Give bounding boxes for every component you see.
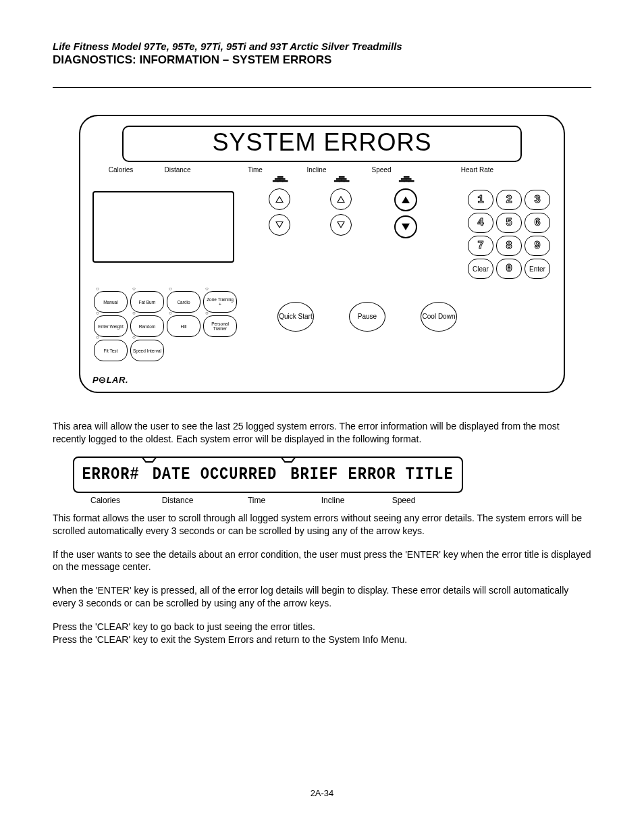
label-distance: Distance [149, 166, 206, 174]
time-down-button[interactable] [269, 214, 290, 236]
prog-fit-test[interactable]: Fit Test [94, 340, 128, 361]
strip-error-number: ERROR# [82, 465, 139, 484]
key-3[interactable]: 3 [525, 190, 550, 210]
speed-up-button[interactable] [394, 188, 417, 211]
key-0[interactable]: 0 [496, 259, 522, 279]
paragraph-1: This area will allow the user to see the… [53, 420, 591, 446]
key-6[interactable]: 6 [525, 213, 550, 233]
numeric-keypad: 1 2 3 4 5 6 7 8 9 Clear 0 Enter [466, 188, 552, 280]
label-time: Time [226, 166, 284, 174]
system-errors-title: SYSTEM ERRORS [122, 126, 522, 162]
speed-arrows: ━━━━━━ [373, 176, 438, 240]
key-1[interactable]: 1 [468, 190, 493, 210]
strip-date-occurred: DATE OCCURRED [153, 465, 277, 484]
key-enter[interactable]: Enter [525, 259, 550, 279]
strip-brief-error-title: BRIEF ERROR TITLE [290, 465, 453, 484]
polar-logo: P⊝LAR. [92, 375, 552, 385]
message-center [92, 191, 234, 263]
key-8[interactable]: 8 [496, 236, 522, 256]
key-7[interactable]: 7 [468, 236, 493, 256]
section-title: DIAGNOSTICS: INFORMATION – SYSTEM ERRORS [53, 53, 591, 67]
prog-personal-trainer[interactable]: Personal Trainer [203, 315, 237, 337]
prog-speed-interval[interactable]: Speed Interval [130, 340, 164, 361]
error-format-strip: ERROR# DATE OCCURRED BRIEF ERROR TITLE C… [73, 457, 463, 505]
strip-label-calories: Calories [73, 496, 138, 505]
pause-button[interactable]: Pause [349, 302, 385, 332]
key-5[interactable]: 5 [496, 213, 522, 233]
strip-label-distance: Distance [138, 496, 217, 505]
key-2[interactable]: 2 [496, 190, 522, 210]
time-arrows: ━━━━━━ [250, 176, 308, 240]
key-9[interactable]: 9 [525, 236, 550, 256]
prog-hill[interactable]: Hill [167, 315, 200, 337]
label-calories: Calories [92, 166, 149, 174]
incline-arrows: ━━━━━━ [308, 176, 373, 240]
incline-up-button[interactable] [330, 188, 352, 210]
strip-label-incline: Incline [296, 496, 370, 505]
strip-label-speed: Speed [370, 496, 437, 505]
paragraph-2: This format allows the user to scroll th… [53, 512, 591, 538]
quick-start-button[interactable]: Quick Start [277, 302, 314, 332]
model-line: Life Fitness Model 97Te, 95Te, 97Ti, 95T… [53, 41, 591, 52]
column-labels: Calories Distance Time Incline Speed Hea… [92, 166, 552, 174]
header-rule [53, 87, 591, 88]
key-4[interactable]: 4 [468, 213, 493, 233]
program-buttons: Manual Fat Burn Cardio Zone Training + E… [92, 290, 257, 363]
page-number: 2A-34 [53, 788, 591, 798]
time-up-button[interactable] [269, 188, 290, 210]
cool-down-button[interactable]: Cool Down [421, 302, 457, 332]
incline-down-button[interactable] [330, 214, 352, 236]
paragraph-5b: Press the 'CLEAR' key to exit the System… [53, 633, 591, 646]
strip-label-time: Time [217, 496, 296, 505]
console-panel: SYSTEM ERRORS Calories Distance Time Inc… [79, 115, 565, 393]
speed-down-button[interactable] [394, 215, 417, 238]
paragraph-4: When the 'ENTER' key is pressed, all of … [53, 584, 591, 610]
paragraph-3: If the user wants to see the details abo… [53, 548, 591, 574]
key-clear[interactable]: Clear [468, 259, 493, 279]
paragraph-5a: Press the 'CLEAR' key to go back to just… [53, 621, 591, 633]
label-heart-rate: Heart Rate [450, 166, 504, 174]
